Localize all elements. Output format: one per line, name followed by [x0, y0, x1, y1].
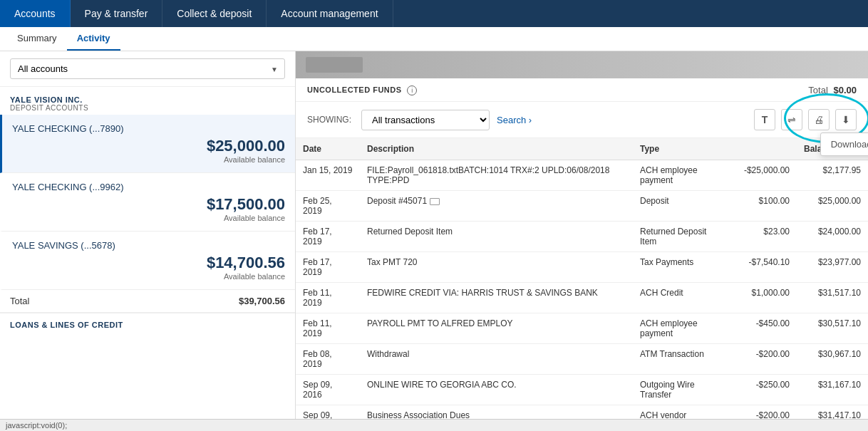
cell-balance: $24,000.00 [797, 222, 868, 252]
cell-description: Withdrawal [360, 344, 633, 375]
cell-type: ACH employee payment [633, 313, 725, 344]
cell-description: Returned Deposit Item [360, 222, 633, 252]
nav-account-management[interactable]: Account management [267, 0, 393, 27]
account-balance-7890: $25,000.00 [12, 137, 285, 155]
cell-date: Feb 17, 2019 [296, 252, 360, 283]
account-item-5678[interactable]: YALE SAVINGS (...5678) $14,700.56 Availa… [0, 232, 295, 290]
search-button[interactable]: Search › [497, 115, 532, 125]
transactions-table: Date Description Type Balance Jan 15, 20… [296, 138, 868, 431]
print-icon-button[interactable]: 🖨 [808, 109, 830, 130]
cell-amount: -$25,000.00 [725, 160, 797, 191]
cell-balance: $2,177.95 [797, 160, 868, 191]
cell-amount: -$7,540.10 [725, 252, 797, 283]
deposit-accounts-total: Total $39,700.56 [0, 290, 295, 313]
main-layout: All accounts YALE VISION INC. DEPOSIT AC… [0, 51, 868, 431]
filter-icon-button[interactable]: ⇌ [781, 109, 802, 130]
account-name-5678: YALE SAVINGS (...5678) [12, 240, 285, 251]
table-row: Feb 08, 2019WithdrawalATM Transaction-$2… [296, 344, 868, 375]
header-type: Type [633, 138, 725, 160]
text-size-icon-button[interactable]: T [754, 109, 775, 130]
download-icon: ⬇ [842, 114, 850, 125]
cell-balance: $23,977.00 [797, 252, 868, 283]
account-item-7890[interactable]: YALE CHECKING (...7890) $25,000.00 Avail… [0, 115, 295, 173]
cell-amount: -$250.00 [725, 375, 797, 405]
cell-balance: $30,517.10 [797, 313, 868, 344]
cell-amount: -$200.00 [725, 344, 797, 375]
download-tooltip: Download account activity [820, 133, 868, 156]
cell-description: Deposit #45071 [360, 191, 633, 222]
cell-type: ACH Credit [633, 283, 725, 313]
total-label: Total [10, 296, 29, 306]
cell-date: Feb 11, 2019 [296, 283, 360, 313]
cell-description: FILE:Payroll_061818.txtBATCH:1014 TRX#:2… [360, 160, 633, 191]
cell-balance: $30,967.10 [797, 344, 868, 375]
account-name-9962: YALE CHECKING (...9962) [12, 182, 285, 192]
cell-date: Sep 09, 2016 [296, 375, 360, 405]
download-icon-button[interactable]: ⬇ Download account activity [835, 109, 857, 130]
account-filter-select[interactable]: All accounts [10, 58, 285, 79]
table-row: Feb 17, 2019Tax PMT 720Tax Payments-$7,5… [296, 252, 868, 283]
cell-balance: $25,000.00 [797, 191, 868, 222]
account-filter[interactable]: All accounts [0, 51, 295, 87]
cell-type: Outgoing Wire Transfer [633, 375, 725, 405]
showing-label: SHOWING: [307, 115, 351, 125]
uncollected-funds-bar: UNCOLLECTED FUNDS i Total $0.00 [296, 78, 868, 102]
total-amount: $39,700.56 [239, 296, 285, 306]
cell-amount: -$450.00 [725, 313, 797, 344]
cell-type: ATM Transaction [633, 344, 725, 375]
cell-type: ACH employee payment [633, 160, 725, 191]
nav-pay-transfer[interactable]: Pay & transfer [71, 0, 163, 27]
uncollected-label: UNCOLLECTED FUNDS i [307, 84, 417, 95]
filter-icon: ⇌ [787, 114, 796, 125]
loans-header: LOANS & LINES OF CREDIT [0, 313, 295, 332]
table-header-row: Date Description Type Balance [296, 138, 868, 160]
account-balance-label-7890: Available balance [12, 155, 285, 164]
filter-row: SHOWING: All transactions Search › T ⇌ 🖨 [296, 102, 868, 138]
account-balance-label-9962: Available balance [12, 214, 285, 222]
uncollected-info-icon[interactable]: i [407, 85, 417, 95]
cell-balance: $31,517.10 [797, 283, 868, 313]
cell-date: Feb 11, 2019 [296, 313, 360, 344]
cell-type: Returned Deposit Item [633, 222, 725, 252]
company-name: YALE VISION INC. [10, 95, 285, 104]
cell-description: PAYROLL PMT TO ALFRED EMPLOY [360, 313, 633, 344]
top-navigation: Accounts Pay & transfer Collect & deposi… [0, 0, 868, 27]
header-date: Date [296, 138, 360, 160]
account-image-bar [296, 51, 868, 78]
table-row: Feb 17, 2019Returned Deposit ItemReturne… [296, 222, 868, 252]
cell-date: Feb 17, 2019 [296, 222, 360, 252]
print-icon: 🖨 [814, 114, 824, 125]
cell-type: Deposit [633, 191, 725, 222]
cell-date: Feb 08, 2019 [296, 344, 360, 375]
transaction-type-select[interactable]: All transactions [361, 110, 490, 130]
text-size-icon: T [762, 114, 768, 125]
sidebar: All accounts YALE VISION INC. DEPOSIT AC… [0, 51, 296, 431]
uncollected-total: Total $0.00 [808, 85, 857, 95]
table-row: Feb 25, 2019Deposit #45071Deposit$100.00… [296, 191, 868, 222]
cell-amount: $23.00 [725, 222, 797, 252]
cell-description: ONLINE WIRE TO GEORGIA ABC CO. [360, 375, 633, 405]
cell-description: Tax PMT 720 [360, 252, 633, 283]
account-image [306, 57, 363, 73]
tab-summary[interactable]: Summary [7, 27, 67, 51]
nav-accounts[interactable]: Accounts [0, 0, 71, 27]
filter-icons: T ⇌ 🖨 ⬇ Download account activity [754, 109, 857, 130]
nav-collect-deposit[interactable]: Collect & deposit [162, 0, 267, 27]
status-bar: javascript:void(0); [0, 419, 868, 431]
table-row: Feb 11, 2019PAYROLL PMT TO ALFRED EMPLOY… [296, 313, 868, 344]
company-section: YALE VISION INC. DEPOSIT ACCOUNTS [0, 87, 295, 115]
cell-type: Tax Payments [633, 252, 725, 283]
table-row: Jan 15, 2019FILE:Payroll_061818.txtBATCH… [296, 160, 868, 191]
cell-description: FEDWIRE CREDIT VIA: HARRIS TRUST & SAVIN… [360, 283, 633, 313]
cell-amount: $100.00 [725, 191, 797, 222]
account-balance-label-5678: Available balance [12, 272, 285, 281]
document-icon[interactable] [430, 198, 440, 205]
table-row: Sep 09, 2016ONLINE WIRE TO GEORGIA ABC C… [296, 375, 868, 405]
sub-navigation: Summary Activity [0, 27, 868, 51]
account-item-9962[interactable]: YALE CHECKING (...9962) $17,500.00 Avail… [0, 173, 295, 232]
cell-amount: $1,000.00 [725, 283, 797, 313]
table-row: Feb 11, 2019FEDWIRE CREDIT VIA: HARRIS T… [296, 283, 868, 313]
tab-activity[interactable]: Activity [67, 27, 120, 51]
header-amount [725, 138, 797, 160]
cell-date: Jan 15, 2019 [296, 160, 360, 191]
